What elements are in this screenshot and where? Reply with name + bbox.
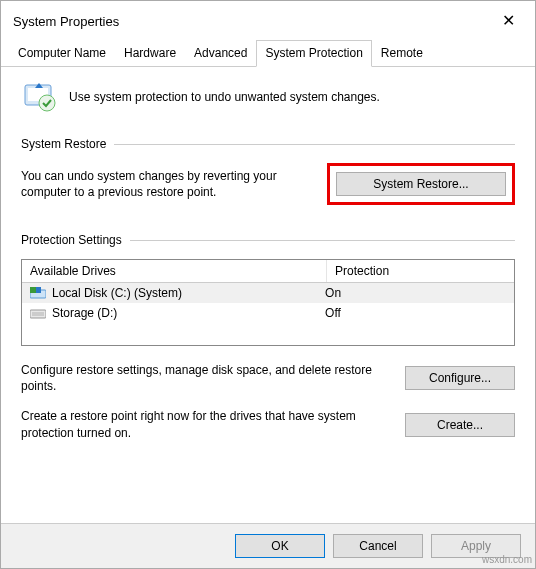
tab-hardware[interactable]: Hardware xyxy=(115,40,185,67)
svg-rect-6 xyxy=(36,287,41,293)
drive-icon xyxy=(30,307,46,319)
tab-strip: Computer Name Hardware Advanced System P… xyxy=(1,39,535,67)
table-row[interactable]: Local Disk (C:) (System) On xyxy=(22,283,514,303)
divider xyxy=(114,144,515,145)
drives-table-body: Local Disk (C:) (System) On Storage (D:)… xyxy=(22,283,514,345)
tab-content: Use system protection to undo unwanted s… xyxy=(1,67,535,523)
drive-name: Storage (D:) xyxy=(52,306,117,320)
section-label: Protection Settings xyxy=(21,233,130,247)
cancel-button[interactable]: Cancel xyxy=(333,534,423,558)
restore-row: You can undo system changes by reverting… xyxy=(21,163,515,205)
tab-advanced[interactable]: Advanced xyxy=(185,40,256,67)
tab-computer-name[interactable]: Computer Name xyxy=(9,40,115,67)
svg-rect-8 xyxy=(32,312,44,316)
create-row: Create a restore point right now for the… xyxy=(21,408,515,440)
section-protection-settings-header: Protection Settings xyxy=(21,233,515,247)
table-row[interactable]: Storage (D:) Off xyxy=(22,303,514,323)
divider xyxy=(130,240,515,241)
tab-remote[interactable]: Remote xyxy=(372,40,432,67)
drive-name: Local Disk (C:) (System) xyxy=(52,286,182,300)
configure-button[interactable]: Configure... xyxy=(405,366,515,390)
system-properties-window: System Properties ✕ Computer Name Hardwa… xyxy=(0,0,536,569)
tab-system-protection[interactable]: System Protection xyxy=(256,40,371,67)
highlight-box: System Restore... xyxy=(327,163,515,205)
system-protection-icon xyxy=(21,79,57,115)
dialog-footer: OK Cancel Apply xyxy=(1,523,535,568)
restore-description: You can undo system changes by reverting… xyxy=(21,168,315,200)
section-label: System Restore xyxy=(21,137,114,151)
window-title: System Properties xyxy=(13,14,119,29)
titlebar: System Properties ✕ xyxy=(1,1,535,39)
ok-button[interactable]: OK xyxy=(235,534,325,558)
close-icon[interactable]: ✕ xyxy=(494,9,523,33)
svg-rect-5 xyxy=(30,287,36,293)
drive-icon xyxy=(30,287,46,299)
intro-text: Use system protection to undo unwanted s… xyxy=(69,90,380,104)
svg-point-2 xyxy=(39,95,55,111)
system-restore-button[interactable]: System Restore... xyxy=(336,172,506,196)
create-description: Create a restore point right now for the… xyxy=(21,408,393,440)
intro-row: Use system protection to undo unwanted s… xyxy=(21,79,515,115)
col-header-drives[interactable]: Available Drives xyxy=(22,260,327,282)
configure-description: Configure restore settings, manage disk … xyxy=(21,362,393,394)
drives-table: Available Drives Protection Local Disk (… xyxy=(21,259,515,346)
configure-row: Configure restore settings, manage disk … xyxy=(21,362,515,394)
col-header-protection[interactable]: Protection xyxy=(327,260,514,282)
drive-protection: Off xyxy=(325,306,506,320)
create-button[interactable]: Create... xyxy=(405,413,515,437)
drive-protection: On xyxy=(325,286,506,300)
watermark: wsxdn.com xyxy=(482,554,532,565)
section-system-restore-header: System Restore xyxy=(21,137,515,151)
drives-table-header: Available Drives Protection xyxy=(22,260,514,283)
